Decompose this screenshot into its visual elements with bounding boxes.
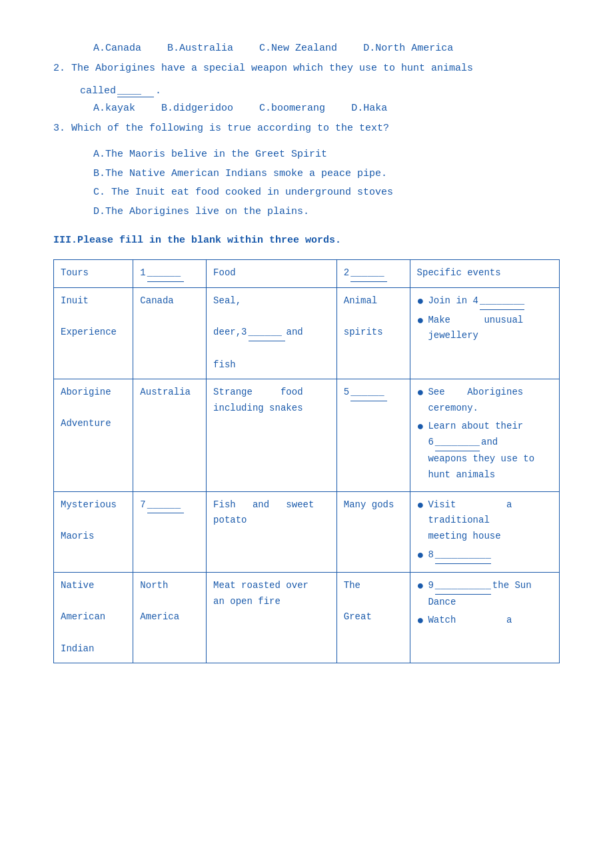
option-a-kayak: A.kayak	[93, 103, 135, 114]
bullet-icon-4: ●	[417, 420, 424, 435]
inuit-event-1-text: Join in 4________	[428, 293, 526, 310]
header-blank1: 1______	[133, 260, 207, 288]
header-food: Food	[207, 260, 337, 288]
q2-options: A.kayak B.didgeridoo C.boomerang D.Haka	[93, 103, 560, 114]
blank-1[interactable]: ______	[147, 265, 184, 282]
header-tours: Tours	[54, 260, 133, 288]
q2-cont-text: called	[80, 85, 116, 97]
cell-inuit-tour: InuitExperience	[54, 287, 133, 379]
table-row-aborigine: AborigineAdventure Australia Strange foo…	[54, 379, 560, 491]
maoris-event-2-text: 8__________	[428, 547, 492, 564]
inuit-event-2-text: Make unusualjewellery	[428, 313, 523, 345]
native-event-2-text: Watch a	[428, 613, 512, 629]
blank-2[interactable]: ______	[350, 265, 387, 282]
maoris-event-2: ● 8__________	[417, 547, 552, 564]
option-c-boomerang: C.boomerang	[259, 103, 325, 114]
bullet-icon-6: ●	[417, 549, 424, 563]
option-b-australia: B.Australia	[167, 43, 233, 54]
cell-maoris-location: 7______	[133, 491, 207, 572]
blank-5[interactable]: ______	[350, 385, 387, 401]
cell-maoris-spirits: Many gods	[336, 491, 410, 572]
cell-native-spirits: TheGreat	[336, 572, 410, 663]
aborigine-event-2-text: Learn about their6________andweapons the…	[428, 419, 534, 483]
bullet-icon-7: ●	[417, 579, 424, 594]
q2-blank[interactable]: ____	[117, 85, 154, 97]
cell-aborigine-location: Australia	[133, 379, 207, 491]
q0-options: A.Canada B.Australia C.New Zealand D.Nor…	[93, 43, 560, 54]
table-header-row: Tours 1______ Food 2______ Specific even…	[54, 260, 560, 288]
cell-inuit-location: Canada	[133, 287, 207, 379]
blank-7[interactable]: ______	[147, 497, 184, 514]
cell-inuit-events: ● Join in 4________ ● Make unusualjewell…	[410, 287, 559, 379]
bullet-icon-3: ●	[417, 386, 424, 401]
cell-inuit-food: Seal,deer,3______andfish	[207, 287, 337, 379]
question-3: 3. Which of the following is true accord…	[53, 119, 560, 137]
bullet-icon-1: ●	[417, 295, 424, 309]
maoris-event-1: ● Visit atraditionalmeeting house	[417, 497, 552, 545]
option-a-canada: A.Canada	[93, 43, 141, 54]
inuit-event-2: ● Make unusualjewellery	[417, 313, 552, 345]
cell-maoris-food: Fish and sweetpotato	[207, 491, 337, 572]
maoris-event-1-text: Visit atraditionalmeeting house	[428, 497, 512, 545]
cell-aborigine-tour: AborigineAdventure	[54, 379, 133, 491]
inuit-event-1: ● Join in 4________	[417, 293, 552, 310]
blank-6[interactable]: ________	[435, 435, 480, 451]
question-3-text: 3. Which of the following is true accord…	[53, 123, 389, 134]
question-2-cont: called____.	[80, 85, 560, 97]
cell-native-location: NorthAmerica	[133, 572, 207, 663]
blank-8[interactable]: __________	[435, 547, 491, 564]
option-b-didgeridoo: B.didgeridoo	[161, 103, 233, 114]
q3-option-a: A.The Maoris belive in the Greet Spirit	[93, 145, 560, 165]
blank-3[interactable]: ______	[249, 325, 285, 341]
cell-native-food: Meat roasted overan open fire	[207, 572, 337, 663]
fill-in-table: Tours 1______ Food 2______ Specific even…	[53, 259, 560, 663]
q3-options: A.The Maoris belive in the Greet Spirit …	[93, 145, 560, 221]
cell-aborigine-spirits: 5______	[336, 379, 410, 491]
bullet-icon-5: ●	[417, 499, 424, 513]
bullet-icon-2: ●	[417, 314, 424, 329]
bullet-icon-8: ●	[417, 614, 424, 629]
cell-maoris-events: ● Visit atraditionalmeeting house ● 8___…	[410, 491, 559, 572]
section-iii-title: III.Please fill in the blank within thre…	[53, 235, 560, 246]
table-row-maoris: MysteriousMaoris 7______ Fish and sweetp…	[54, 491, 560, 572]
q3-option-b: B.The Native American Indians smoke a pe…	[93, 165, 560, 184]
blank-4[interactable]: ________	[480, 293, 524, 310]
cell-inuit-spirits: Animalspirits	[336, 287, 410, 379]
option-d-haka: D.Haka	[351, 103, 387, 114]
header-blank2: 2______	[336, 260, 410, 288]
cell-aborigine-food: Strange foodincluding snakes	[207, 379, 337, 491]
native-event-2: ● Watch a	[417, 613, 552, 629]
q2-period: .	[155, 85, 161, 97]
cell-native-tour: NativeAmericanIndian	[54, 572, 133, 663]
option-c-newzealand: C.New Zealand	[259, 43, 337, 54]
q3-option-d: D.The Aborigines live on the plains.	[93, 203, 560, 222]
question-2: 2. The Aborigines have a special weapon …	[53, 59, 560, 77]
question-2-text: 2. The Aborigines have a special weapon …	[53, 63, 473, 74]
q3-option-c: C. The Inuit eat food cooked in undergro…	[93, 183, 560, 203]
aborigine-event-1-text: See Aboriginesceremony.	[428, 385, 523, 417]
option-d-northamerica: D.North America	[363, 43, 453, 54]
aborigine-event-1: ● See Aboriginesceremony.	[417, 385, 552, 417]
native-event-1-text: 9__________the SunDance	[428, 578, 531, 611]
header-specific-events: Specific events	[410, 260, 559, 288]
table-row-native: NativeAmericanIndian NorthAmerica Meat r…	[54, 572, 560, 663]
native-event-1: ● 9__________the SunDance	[417, 578, 552, 611]
cell-maoris-tour: MysteriousMaoris	[54, 491, 133, 572]
blank-9[interactable]: __________	[435, 578, 491, 595]
aborigine-event-2: ● Learn about their6________andweapons t…	[417, 419, 552, 483]
cell-aborigine-events: ● See Aboriginesceremony. ● Learn about …	[410, 379, 559, 491]
cell-native-events: ● 9__________the SunDance ● Watch a	[410, 572, 559, 663]
table-row-inuit: InuitExperience Canada Seal,deer,3______…	[54, 287, 560, 379]
